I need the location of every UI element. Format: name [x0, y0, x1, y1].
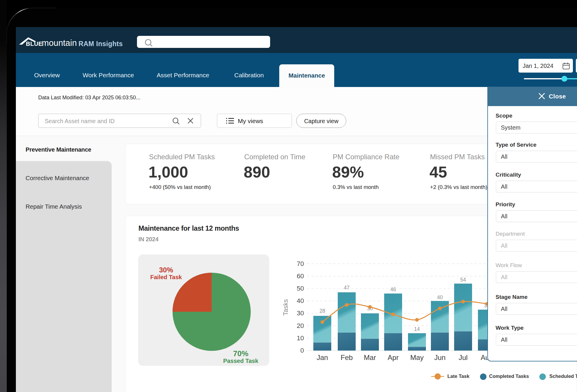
- svg-text:40: 40: [297, 297, 304, 304]
- svg-text:20: 20: [297, 322, 304, 329]
- svg-text:Feb: Feb: [341, 354, 353, 361]
- svg-text:47: 47: [344, 285, 349, 291]
- svg-text:0: 0: [300, 347, 304, 354]
- svg-text:40: 40: [437, 294, 443, 300]
- svg-text:28: 28: [320, 308, 325, 314]
- svg-text:30: 30: [297, 309, 304, 317]
- svg-text:Mar: Mar: [364, 354, 376, 361]
- svg-text:Jul: Jul: [459, 354, 468, 361]
- svg-text:54: 54: [460, 277, 466, 283]
- svg-text:10: 10: [297, 334, 304, 342]
- svg-text:46: 46: [390, 287, 396, 292]
- svg-text:Tasks: Tasks: [282, 299, 289, 316]
- svg-text:Jan: Jan: [317, 354, 328, 361]
- svg-text:Jun: Jun: [434, 354, 446, 361]
- svg-text:50: 50: [297, 285, 304, 292]
- svg-text:Apr: Apr: [388, 354, 399, 361]
- svg-text:May: May: [410, 354, 424, 361]
- svg-text:60: 60: [297, 272, 304, 280]
- svg-text:14: 14: [414, 326, 420, 332]
- svg-text:70: 70: [297, 260, 304, 267]
